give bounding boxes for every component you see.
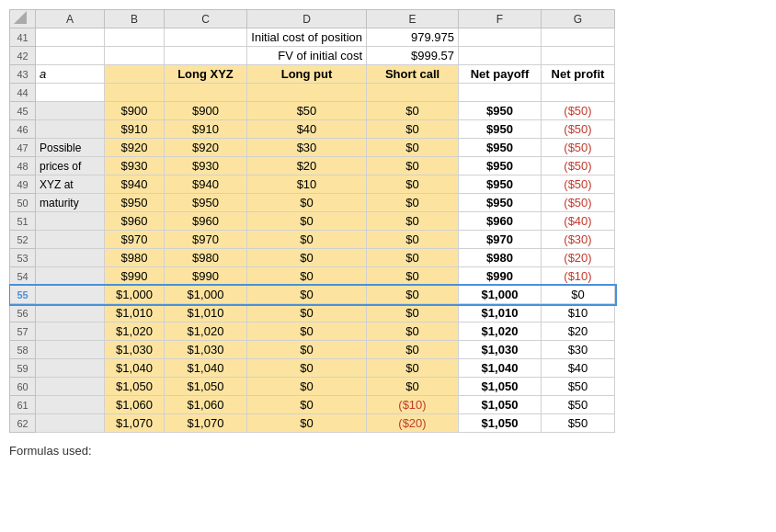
cell-62-c[interactable]: $1,070 — [165, 414, 247, 433]
cell-54-c[interactable]: $990 — [165, 267, 247, 286]
cell-45-g[interactable]: ($50) — [542, 102, 615, 120]
cell-59-g[interactable]: $40 — [542, 359, 615, 378]
cell-57-e[interactable]: $0 — [367, 323, 459, 341]
cell-41-d[interactable]: Initial cost of position — [247, 28, 367, 47]
cell-56-b[interactable]: $1,010 — [105, 304, 165, 323]
cell-52-a[interactable] — [36, 231, 105, 249]
cell-50-g[interactable]: ($50) — [542, 194, 615, 212]
cell-52-f[interactable]: $970 — [459, 231, 542, 249]
cell-55-b[interactable]: $1,000 — [105, 286, 165, 304]
cell-53-b[interactable]: $980 — [105, 249, 165, 267]
cell-44-f[interactable] — [459, 84, 542, 102]
cell-56-c[interactable]: $1,010 — [165, 304, 247, 323]
cell-51-c[interactable]: $960 — [165, 212, 247, 231]
cell-52-g[interactable]: ($30) — [542, 231, 615, 249]
cell-55-c[interactable]: $1,000 — [165, 286, 247, 304]
cell-60-c[interactable]: $1,050 — [165, 378, 247, 396]
cell-59-f[interactable]: $1,040 — [459, 359, 542, 378]
cell-62-d[interactable]: $0 — [247, 414, 367, 433]
cell-42-a[interactable] — [36, 47, 105, 65]
cell-44-c[interactable] — [165, 84, 247, 102]
cell-42-d[interactable]: FV of initial cost — [247, 47, 367, 65]
cell-42-f[interactable] — [459, 47, 542, 65]
cell-46-d[interactable]: $40 — [247, 120, 367, 139]
cell-51-b[interactable]: $960 — [105, 212, 165, 231]
col-header-f[interactable]: F — [459, 10, 542, 28]
cell-57-c[interactable]: $1,020 — [165, 323, 247, 341]
cell-61-d[interactable]: $0 — [247, 396, 367, 414]
cell-43-f[interactable]: Net payoff — [459, 65, 542, 84]
cell-58-e[interactable]: $0 — [367, 341, 459, 359]
cell-57-d[interactable]: $0 — [247, 323, 367, 341]
cell-52-b[interactable]: $970 — [105, 231, 165, 249]
cell-47-f[interactable]: $950 — [459, 139, 542, 157]
cell-44-a[interactable] — [36, 84, 105, 102]
cell-50-f[interactable]: $950 — [459, 194, 542, 212]
cell-43-b[interactable] — [105, 65, 165, 84]
cell-56-f[interactable]: $1,010 — [459, 304, 542, 323]
cell-52-c[interactable]: $970 — [165, 231, 247, 249]
cell-50-c[interactable]: $950 — [165, 194, 247, 212]
cell-58-c[interactable]: $1,030 — [165, 341, 247, 359]
cell-41-c[interactable] — [165, 28, 247, 47]
cell-58-g[interactable]: $30 — [542, 341, 615, 359]
cell-49-d[interactable]: $10 — [247, 175, 367, 194]
cell-42-e[interactable]: $999.57 — [367, 47, 459, 65]
cell-48-c[interactable]: $930 — [165, 157, 247, 175]
cell-58-d[interactable]: $0 — [247, 341, 367, 359]
cell-46-b[interactable]: $910 — [105, 120, 165, 139]
cell-60-g[interactable]: $50 — [542, 378, 615, 396]
cell-53-a[interactable] — [36, 249, 105, 267]
cell-59-c[interactable]: $1,040 — [165, 359, 247, 378]
cell-47-d[interactable]: $30 — [247, 139, 367, 157]
cell-49-g[interactable]: ($50) — [542, 175, 615, 194]
cell-46-g[interactable]: ($50) — [542, 120, 615, 139]
cell-54-g[interactable]: ($10) — [542, 267, 615, 286]
cell-53-c[interactable]: $980 — [165, 249, 247, 267]
cell-48-e[interactable]: $0 — [367, 157, 459, 175]
cell-61-g[interactable]: $50 — [542, 396, 615, 414]
cell-45-b[interactable]: $900 — [105, 102, 165, 120]
cell-46-c[interactable]: $910 — [165, 120, 247, 139]
cell-47-c[interactable]: $920 — [165, 139, 247, 157]
cell-43-g[interactable]: Net profit — [542, 65, 615, 84]
cell-48-d[interactable]: $20 — [247, 157, 367, 175]
cell-57-a[interactable] — [36, 323, 105, 341]
cell-47-a[interactable]: Possible — [36, 139, 105, 157]
cell-60-d[interactable]: $0 — [247, 378, 367, 396]
cell-56-a[interactable] — [36, 304, 105, 323]
cell-59-b[interactable]: $1,040 — [105, 359, 165, 378]
cell-48-g[interactable]: ($50) — [542, 157, 615, 175]
cell-60-f[interactable]: $1,050 — [459, 378, 542, 396]
cell-41-g[interactable] — [542, 28, 615, 47]
cell-51-f[interactable]: $960 — [459, 212, 542, 231]
cell-54-a[interactable] — [36, 267, 105, 286]
cell-42-b[interactable] — [105, 47, 165, 65]
cell-54-d[interactable]: $0 — [247, 267, 367, 286]
cell-58-b[interactable]: $1,030 — [105, 341, 165, 359]
cell-58-f[interactable]: $1,030 — [459, 341, 542, 359]
cell-45-d[interactable]: $50 — [247, 102, 367, 120]
cell-62-e[interactable]: ($20) — [367, 414, 459, 433]
col-header-a[interactable]: A — [36, 10, 105, 28]
cell-44-b[interactable] — [105, 84, 165, 102]
col-header-c[interactable]: C — [165, 10, 247, 28]
cell-52-d[interactable]: $0 — [247, 231, 367, 249]
cell-61-c[interactable]: $1,060 — [165, 396, 247, 414]
cell-53-d[interactable]: $0 — [247, 249, 367, 267]
cell-53-g[interactable]: ($20) — [542, 249, 615, 267]
cell-43-c[interactable]: Long XYZ — [165, 65, 247, 84]
col-header-d[interactable]: D — [247, 10, 367, 28]
cell-57-f[interactable]: $1,020 — [459, 323, 542, 341]
cell-50-a[interactable]: maturity — [36, 194, 105, 212]
cell-51-g[interactable]: ($40) — [542, 212, 615, 231]
cell-48-b[interactable]: $930 — [105, 157, 165, 175]
cell-57-b[interactable]: $1,020 — [105, 323, 165, 341]
cell-44-e[interactable] — [367, 84, 459, 102]
cell-49-f[interactable]: $950 — [459, 175, 542, 194]
cell-47-g[interactable]: ($50) — [542, 139, 615, 157]
cell-54-f[interactable]: $990 — [459, 267, 542, 286]
cell-60-a[interactable] — [36, 378, 105, 396]
cell-45-a[interactable] — [36, 102, 105, 120]
cell-51-e[interactable]: $0 — [367, 212, 459, 231]
